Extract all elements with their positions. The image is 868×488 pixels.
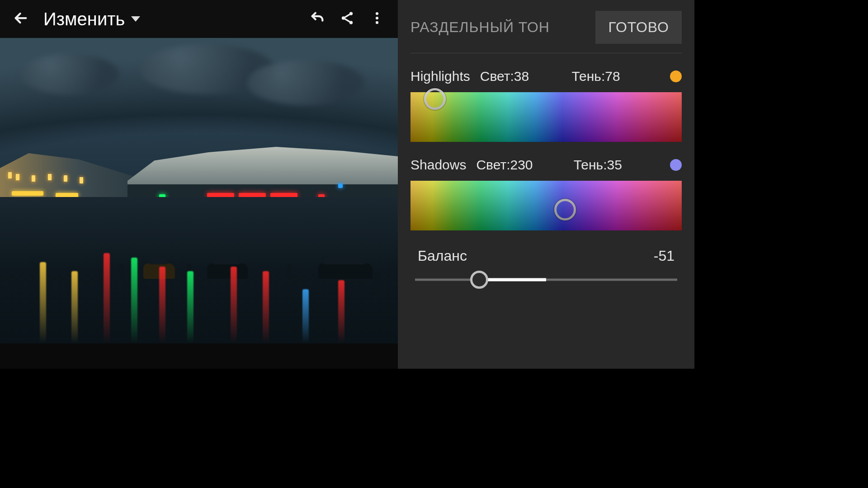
shadows-hue-readout: Свет:230: [476, 157, 533, 173]
highlights-label: Highlights: [410, 69, 470, 84]
shadows-label: Shadows: [410, 157, 466, 173]
highlights-picker[interactable]: [424, 88, 446, 110]
arrow-left-icon: [13, 10, 28, 28]
highlights-swatch: [670, 70, 682, 82]
split-toning-panel: РАЗДЕЛЬНЫЙ ТОН ГОТОВО Highlights Свет:38…: [398, 0, 694, 369]
chevron-down-icon: [131, 16, 140, 22]
highlights-sat-readout: Тень:78: [571, 69, 620, 84]
panel-title: РАЗДЕЛЬНЫЙ ТОН: [410, 19, 550, 36]
balance-thumb[interactable]: [470, 271, 488, 289]
photo-preview[interactable]: [0, 38, 398, 343]
canvas-toolbar: Изменить: [0, 0, 398, 38]
undo-button[interactable]: [305, 6, 330, 32]
done-button[interactable]: ГОТОВО: [595, 11, 682, 44]
share-icon: [340, 10, 355, 28]
more-vertical-icon: [369, 10, 385, 28]
mode-dropdown[interactable]: Изменить: [38, 9, 146, 29]
highlights-block: Highlights Свет:38 Тень:78: [410, 69, 682, 142]
svg-point-5: [376, 21, 378, 24]
shadows-swatch: [670, 159, 682, 171]
svg-point-3: [376, 12, 378, 15]
image-canvas: Изменить: [0, 0, 398, 369]
balance-slider[interactable]: [415, 270, 677, 290]
undo-icon: [310, 10, 325, 28]
highlights-hue-readout: Свет:38: [480, 69, 529, 84]
mode-dropdown-label: Изменить: [43, 9, 125, 29]
balance-block: Баланс -51: [410, 248, 682, 290]
overflow-menu-button[interactable]: [364, 6, 390, 32]
svg-point-4: [376, 17, 378, 19]
balance-label: Баланс: [418, 248, 467, 264]
balance-track-fill: [479, 278, 546, 282]
panel-header: РАЗДЕЛЬНЫЙ ТОН ГОТОВО: [410, 8, 682, 53]
highlights-spectrum[interactable]: [410, 92, 682, 142]
shadows-block: Shadows Свет:230 Тень:35: [410, 157, 682, 230]
shadows-sat-readout: Тень:35: [574, 157, 622, 173]
share-button[interactable]: [335, 6, 360, 32]
shadows-picker[interactable]: [554, 199, 576, 221]
shadows-spectrum[interactable]: [410, 181, 682, 230]
balance-value: -51: [654, 248, 675, 264]
back-button[interactable]: [8, 6, 33, 32]
